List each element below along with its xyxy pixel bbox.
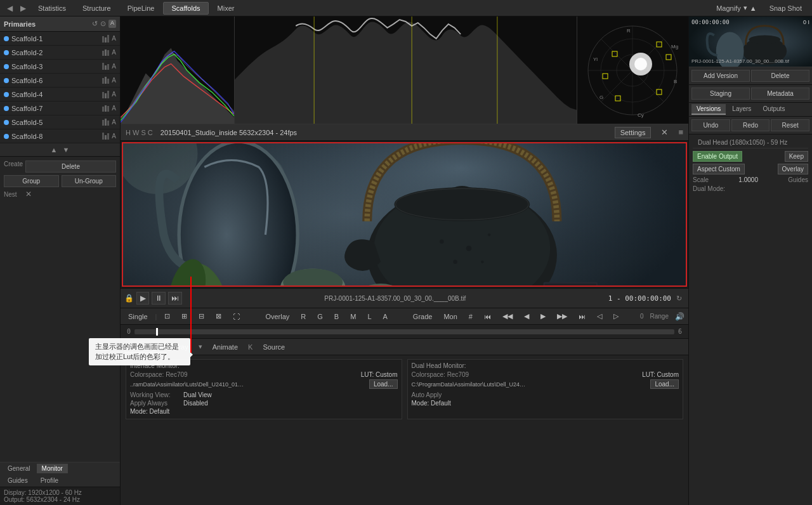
subtab-outputs[interactable]: Outputs — [757, 104, 790, 115]
play-btn[interactable]: ▶ — [136, 292, 149, 305]
scaffold-item[interactable]: Scaffold-8 A — [0, 129, 120, 143]
magnify-control[interactable]: Magnify ▾ ▲ — [711, 4, 761, 12]
refresh-icon[interactable]: ↻ — [674, 294, 684, 303]
scaffold-item[interactable]: Scaffold-7 A — [0, 102, 120, 115]
redo-btn[interactable]: Redo — [731, 119, 770, 131]
tab-statistics[interactable]: Statistics — [30, 3, 74, 14]
magnify-up-icon[interactable]: ▲ — [750, 4, 757, 12]
g-btn[interactable]: G — [313, 312, 327, 322]
up-arrow-icon[interactable]: ▲ — [51, 146, 58, 154]
scrubber-track[interactable] — [134, 329, 674, 334]
scaffold-item[interactable]: Scaffold-3 A — [0, 60, 120, 74]
svg-text:B: B — [674, 79, 677, 84]
staging-btn[interactable]: Staging — [691, 88, 750, 100]
undo-btn[interactable]: Undo — [691, 119, 730, 131]
display-line1: Display: 1920x1200 - 60 Hz — [4, 489, 116, 496]
scaffold-item[interactable]: Scaffold-5 A — [0, 115, 120, 129]
nest-close-icon[interactable]: ✕ — [25, 190, 32, 199]
transport-filename: PRJ-0001-125-A1-8357.00_00_30_00.____00B… — [185, 295, 606, 302]
single-label[interactable]: Single — [124, 312, 152, 322]
overlay-label[interactable]: Overlay — [261, 312, 293, 322]
close-icon[interactable]: ✕ — [658, 128, 671, 137]
keep-btn[interactable]: Keep — [785, 151, 808, 162]
nav-prev-prev[interactable]: ⏮ — [480, 312, 495, 322]
delete-btn[interactable]: Delete — [751, 70, 809, 82]
video-content — [123, 143, 686, 285]
zoom-icon[interactable]: ⊞ — [178, 311, 191, 322]
pause-btn[interactable]: ⏸ — [152, 292, 166, 305]
tab-guides[interactable]: Guides — [3, 476, 33, 485]
tab-scaffolds[interactable]: Scaffolds — [163, 2, 208, 15]
scaffold-item[interactable]: Scaffold-2 A — [0, 46, 120, 60]
grade-btn[interactable]: Grade — [409, 312, 436, 322]
nav-step-next[interactable]: ▶ — [537, 311, 549, 322]
tab-general[interactable]: General — [3, 464, 36, 473]
b-btn[interactable]: B — [331, 312, 343, 322]
skip-btn[interactable]: ⏭ — [168, 292, 182, 305]
down-arrow-icon[interactable]: ▼ — [63, 146, 70, 154]
mon-btn[interactable]: Mon — [440, 312, 461, 322]
ungroup-btn[interactable]: Un-Group — [62, 175, 117, 187]
primaries-lock-icon[interactable]: ⊙ — [100, 20, 106, 28]
tab-pipeline[interactable]: PipeLine — [120, 3, 162, 14]
scrubber-handle[interactable] — [156, 328, 158, 336]
subtab-layers[interactable]: Layers — [727, 104, 756, 115]
group-btn[interactable]: Group — [4, 175, 59, 187]
scale-value: 1.0000 — [738, 176, 758, 183]
settings-btn[interactable]: Settings — [615, 127, 652, 138]
tray-dropdown-icon[interactable]: ▾ — [196, 341, 205, 352]
nav-next[interactable]: ▶▶ — [553, 311, 571, 322]
snapshot-btn[interactable]: Snap Shot — [763, 3, 808, 14]
reset-btn[interactable]: Reset — [771, 119, 809, 131]
tab-source[interactable]: Source — [256, 341, 291, 353]
subtab-versions[interactable]: Versions — [691, 104, 726, 115]
l-btn[interactable]: L — [363, 312, 375, 322]
menu-icon[interactable]: ≡ — [678, 128, 683, 137]
tab-animate[interactable]: Animate — [206, 341, 244, 353]
m-btn[interactable]: M — [346, 312, 360, 322]
volume-icon[interactable]: 🔊 — [675, 312, 684, 321]
svg-point-37 — [394, 187, 530, 221]
expand-icon[interactable]: ⊠ — [212, 311, 225, 322]
nav-end-prev[interactable]: ◁ — [593, 311, 606, 322]
tab-structure[interactable]: Structure — [75, 3, 119, 14]
nav-next-next[interactable]: ⏭ — [575, 312, 589, 322]
scaffold-item[interactable]: Scaffold-6 A — [0, 74, 120, 88]
right-thumbnail: 00:00:00:00 0 I PRJ-0001-125-A1-8357.00_… — [689, 16, 812, 67]
delete-btn[interactable]: Delete — [25, 161, 116, 173]
r-btn[interactable]: R — [297, 312, 310, 322]
fit-icon[interactable]: ⊡ — [160, 311, 174, 322]
aspect-custom-btn[interactable]: Aspect Custom — [693, 164, 745, 174]
undo-redo-row: Undo Redo Reset — [689, 117, 812, 134]
a-btn[interactable]: A — [379, 312, 391, 322]
enable-output-btn[interactable]: Enable Output — [693, 151, 742, 162]
primaries-reset-icon[interactable]: ↺ — [92, 20, 98, 28]
hash-btn[interactable]: # — [465, 312, 476, 322]
nav-end-next[interactable]: ▷ — [610, 311, 622, 322]
load-btn[interactable]: Load... — [369, 379, 398, 389]
lock-icon[interactable]: 🔒 — [124, 294, 134, 303]
magnify-dropdown-icon[interactable]: ▾ — [743, 4, 747, 12]
fullscreen-icon[interactable]: ⛶ — [229, 312, 244, 322]
dh-load-btn[interactable]: Load... — [650, 379, 679, 389]
scaffold-item[interactable]: Scaffold-1 A — [0, 32, 120, 46]
overlay-btn[interactable]: Overlay — [778, 164, 808, 174]
scaffold-item[interactable]: Scaffold-4 A — [0, 88, 120, 102]
tab-profile[interactable]: Profile — [36, 476, 63, 485]
svg-point-14 — [634, 58, 647, 70]
fwd-arrow[interactable]: ▶ — [17, 3, 29, 14]
working-view-label: Working View: — [130, 391, 181, 398]
nav-step-prev[interactable]: ◀ — [520, 311, 533, 322]
video-viewer — [122, 142, 687, 287]
tab-monitor[interactable]: Monitor — [37, 464, 68, 473]
animate-k: K — [246, 343, 255, 351]
tab-mixer[interactable]: Mixer — [210, 3, 242, 14]
frame-icon[interactable]: ⊟ — [195, 311, 208, 322]
add-version-btn[interactable]: Add Version — [691, 70, 750, 82]
file-info-bar: H W S C 20150401_Studio_inside 5632x2304… — [121, 124, 688, 141]
right-btn-row2: Staging Metadata — [689, 85, 812, 103]
back-arrow[interactable]: ◀ — [4, 3, 16, 14]
scope-vectorscope: R Mg B Cy G Yl — [577, 16, 688, 124]
metadata-btn[interactable]: Metadata — [751, 88, 809, 100]
nav-prev[interactable]: ◀◀ — [499, 311, 516, 322]
